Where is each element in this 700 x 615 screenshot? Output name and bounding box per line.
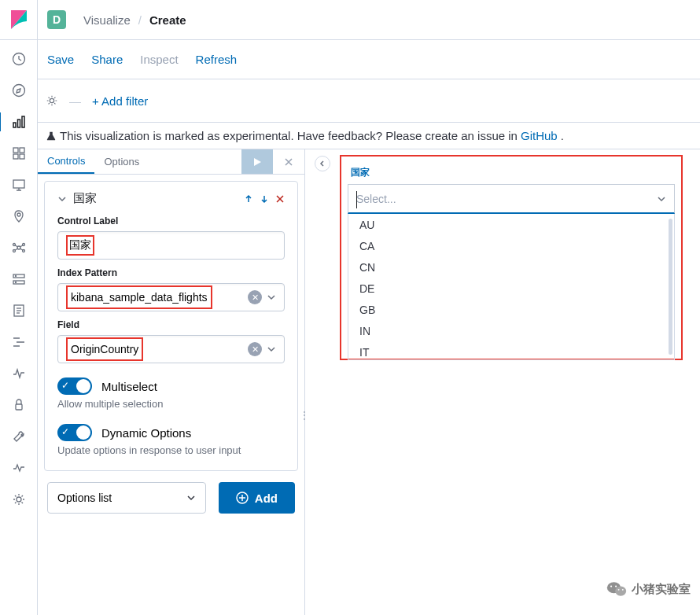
apply-button[interactable] bbox=[241, 149, 273, 174]
add-filter-link[interactable]: + Add filter bbox=[92, 94, 148, 108]
refresh-button[interactable]: Refresh bbox=[193, 50, 241, 69]
svg-point-19 bbox=[15, 282, 16, 283]
dynamic-options-toggle[interactable]: ✓ bbox=[57, 424, 92, 441]
nav-siem-icon[interactable] bbox=[9, 396, 28, 414]
dropdown-option[interactable]: IT bbox=[348, 341, 674, 360]
multiselect-help: Allow multiple selection bbox=[57, 398, 285, 410]
nav-devtools-icon[interactable] bbox=[9, 427, 28, 446]
nav-ml-icon[interactable] bbox=[9, 238, 28, 257]
index-pattern-label: Index Pattern bbox=[57, 267, 285, 278]
editor-sidebar: Controls Options 国家 Control Label 国家 Ind… bbox=[38, 149, 305, 615]
nav-infrastructure-icon[interactable] bbox=[9, 270, 28, 289]
dropdown-option[interactable]: CA bbox=[348, 235, 674, 256]
svg-point-31 bbox=[615, 585, 617, 587]
dropdown-option[interactable]: IN bbox=[348, 320, 674, 341]
clear-index-pattern-icon[interactable]: ✕ bbox=[248, 290, 262, 304]
svg-rect-8 bbox=[20, 154, 24, 159]
wechat-icon bbox=[606, 580, 627, 598]
preview-dropdown: AU CA CN DE GB IN IT bbox=[348, 214, 675, 360]
banner-suffix: . bbox=[561, 129, 564, 142]
nav-monitoring-icon[interactable] bbox=[9, 458, 28, 477]
close-icon bbox=[284, 157, 293, 167]
control-label-input[interactable]: 国家 bbox=[57, 231, 285, 260]
svg-point-29 bbox=[615, 587, 626, 596]
index-pattern-value: kibana_sample_data_flights bbox=[68, 287, 211, 308]
beaker-icon bbox=[46, 131, 57, 142]
svg-point-32 bbox=[618, 589, 620, 591]
index-pattern-select[interactable]: kibana_sample_data_flights ✕ bbox=[57, 283, 285, 311]
space-letter: D bbox=[53, 13, 61, 26]
svg-rect-3 bbox=[17, 120, 20, 127]
remove-button[interactable] bbox=[275, 194, 285, 204]
dropdown-option[interactable]: AU bbox=[348, 214, 674, 235]
svg-point-18 bbox=[15, 276, 16, 277]
play-icon bbox=[252, 157, 263, 168]
kibana-logo-icon bbox=[11, 10, 27, 29]
share-button[interactable]: Share bbox=[88, 50, 126, 69]
dynamic-options-help: Update options in response to user input bbox=[57, 444, 285, 456]
resize-handle[interactable]: ⋮ bbox=[300, 411, 310, 420]
preview-area: 国家 Select... AU CA CN DE GB IN IT bbox=[340, 155, 683, 360]
nav-logs-icon[interactable] bbox=[9, 301, 28, 320]
tab-options[interactable]: Options bbox=[94, 149, 149, 174]
field-select[interactable]: OriginCountry ✕ bbox=[57, 335, 285, 363]
nav-apm-icon[interactable] bbox=[9, 333, 28, 352]
add-button[interactable]: Add bbox=[219, 482, 295, 514]
add-button-label: Add bbox=[255, 492, 278, 505]
tab-controls[interactable]: Controls bbox=[38, 149, 94, 174]
control-panel: 国家 Control Label 国家 Index Pattern kibana… bbox=[44, 181, 298, 471]
watermark-text: 小猪实验室 bbox=[632, 582, 691, 597]
nav-visualize-icon[interactable] bbox=[0, 112, 36, 131]
field-label: Field bbox=[57, 319, 285, 330]
space-badge[interactable]: D bbox=[47, 10, 66, 29]
discard-button[interactable] bbox=[273, 149, 304, 174]
plus-circle-icon bbox=[236, 492, 249, 504]
move-up-button[interactable] bbox=[244, 194, 253, 204]
svg-point-1 bbox=[13, 85, 24, 97]
svg-point-10 bbox=[17, 213, 20, 216]
breadcrumb: Visualize / Create bbox=[83, 13, 186, 27]
multiselect-toggle[interactable]: ✓ bbox=[57, 377, 92, 395]
svg-point-30 bbox=[610, 585, 612, 587]
dropdown-option[interactable]: CN bbox=[348, 256, 674, 278]
nav-recent-icon[interactable] bbox=[9, 50, 28, 68]
filter-divider: — bbox=[69, 94, 81, 108]
preview-control-label: 国家 bbox=[348, 166, 675, 179]
svg-point-26 bbox=[50, 98, 53, 102]
svg-rect-6 bbox=[20, 148, 24, 153]
side-nav bbox=[0, 40, 38, 615]
collapse-sidebar-button[interactable] bbox=[315, 156, 330, 171]
nav-management-icon[interactable] bbox=[9, 490, 28, 509]
action-bar: Save Share Inspect Refresh bbox=[38, 40, 700, 79]
dropdown-option[interactable]: GB bbox=[348, 299, 674, 320]
nav-canvas-icon[interactable] bbox=[9, 175, 28, 194]
filter-settings-icon[interactable] bbox=[46, 94, 58, 107]
field-value: OriginCountry bbox=[68, 339, 142, 359]
control-type-value: Options list bbox=[57, 492, 112, 504]
control-label-label: Control Label bbox=[57, 215, 285, 226]
nav-uptime-icon[interactable] bbox=[9, 364, 28, 383]
inspect-button: Inspect bbox=[137, 50, 181, 69]
preview-select[interactable]: Select... bbox=[348, 184, 675, 214]
chevron-down-icon bbox=[267, 344, 276, 354]
clear-field-icon[interactable]: ✕ bbox=[248, 342, 262, 356]
banner-github-link[interactable]: GitHub bbox=[521, 129, 558, 142]
dropdown-option[interactable]: DE bbox=[348, 278, 674, 299]
chevron-down-icon bbox=[186, 493, 196, 503]
collapse-icon[interactable] bbox=[57, 194, 67, 204]
svg-point-25 bbox=[17, 497, 21, 502]
breadcrumb-parent[interactable]: Visualize bbox=[83, 13, 131, 27]
breadcrumb-current: Create bbox=[149, 13, 186, 27]
save-button[interactable]: Save bbox=[44, 50, 77, 69]
control-type-select[interactable]: Options list bbox=[47, 482, 206, 514]
svg-rect-24 bbox=[16, 404, 22, 410]
nav-dashboard-icon[interactable] bbox=[9, 144, 28, 163]
move-down-button[interactable] bbox=[260, 194, 269, 204]
scrollbar[interactable] bbox=[669, 219, 672, 355]
nav-discover-icon[interactable] bbox=[9, 81, 28, 100]
svg-rect-2 bbox=[13, 123, 16, 127]
svg-rect-9 bbox=[13, 180, 24, 188]
svg-rect-7 bbox=[13, 154, 18, 159]
app-logo[interactable] bbox=[0, 0, 38, 40]
nav-maps-icon[interactable] bbox=[9, 207, 28, 226]
